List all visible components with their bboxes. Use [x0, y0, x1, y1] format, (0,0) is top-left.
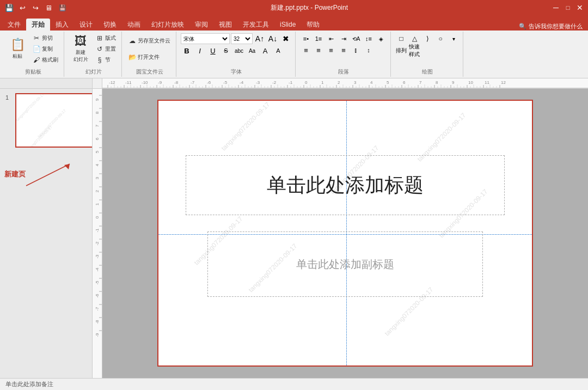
tab-review[interactable]: 审阅: [189, 19, 213, 31]
more-shapes-button[interactable]: ▾: [448, 33, 460, 44]
svg-text:9: 9: [452, 80, 455, 85]
reset-button[interactable]: ↺ 里置: [94, 44, 118, 54]
font-size-select[interactable]: 3224283640: [231, 33, 253, 44]
font-name-select[interactable]: 宋体微软雅黑Arial: [181, 33, 230, 44]
quick-styles-button[interactable]: 快速样式: [408, 45, 420, 56]
save-to-cloud-button[interactable]: ☁ 另存至文件云: [126, 36, 173, 46]
svg-text:-4: -4: [95, 267, 100, 272]
status-text: 单击此处添加备注: [5, 380, 53, 388]
redo-qat-icon[interactable]: ↪: [30, 3, 40, 13]
svg-text:11: 11: [485, 80, 489, 85]
tab-view[interactable]: 视图: [213, 19, 237, 31]
svg-text:-2: -2: [272, 80, 277, 85]
maximize-button[interactable]: □: [564, 4, 572, 11]
paste-button[interactable]: 📋 粘贴: [5, 33, 29, 65]
font-row-1: 宋体微软雅黑Arial 3224283640 A↑ A↓ ✖: [181, 33, 292, 44]
text-direction-button[interactable]: ⟲A: [350, 33, 362, 44]
slide-subtitle-box[interactable]: 单击此处添加副标题: [207, 231, 483, 297]
section-icon: §: [96, 56, 103, 64]
tab-developer[interactable]: 开发工具: [237, 19, 274, 31]
slide-thumbnail-wrapper: 1 tangxing072020-09-17 tangxing072020-09…: [15, 93, 88, 148]
svg-text:3: 3: [95, 176, 100, 179]
undo-qat-icon[interactable]: ↩: [17, 3, 27, 13]
tab-home[interactable]: 开始: [26, 19, 50, 31]
strikethrough-button[interactable]: S: [220, 45, 232, 56]
search-label: 告诉我你想要做什么: [529, 22, 583, 31]
arrow-shape[interactable]: ⟩: [421, 33, 433, 44]
new-slide-button[interactable]: 🖼 新建幻灯片: [69, 33, 93, 65]
horizontal-ruler: -12-11-10-9-8-7-6-5-4-3-2-10123456789101…: [102, 78, 588, 88]
increase-indent-button[interactable]: ⇥: [338, 33, 350, 44]
bullets-button[interactable]: ≡•: [300, 33, 312, 44]
tab-transitions[interactable]: 切换: [98, 19, 122, 31]
tab-islide[interactable]: iSlide: [274, 19, 301, 31]
tab-file[interactable]: 文件: [2, 19, 26, 31]
svg-text:8: 8: [95, 111, 100, 114]
align-center-button[interactable]: ≡: [313, 45, 324, 56]
open-file-icon: 📂: [128, 53, 136, 61]
bold-button[interactable]: B: [181, 45, 193, 56]
rectangle-shape[interactable]: □: [395, 33, 407, 44]
align-left-button[interactable]: ≡: [300, 45, 312, 56]
layout-button[interactable]: ⊞ 版式: [94, 33, 118, 43]
copy-button[interactable]: 📄 复制: [30, 44, 60, 54]
numbering-button[interactable]: 1≡: [313, 33, 324, 44]
align-text-button[interactable]: ↕≡: [363, 33, 375, 44]
align-right-button[interactable]: ≡: [325, 45, 337, 56]
tab-insert[interactable]: 插入: [50, 19, 74, 31]
svg-text:-10: -10: [142, 80, 148, 85]
tab-design[interactable]: 设计: [74, 19, 98, 31]
open-file-button[interactable]: 📂 打开文件: [126, 52, 173, 62]
present-qat-icon[interactable]: 🖥: [44, 3, 53, 13]
slide-thumbnail[interactable]: tangxing072020-09-17 tangxing072020-09-1…: [15, 93, 93, 148]
section-button[interactable]: § 节: [94, 55, 118, 65]
slide-title-box[interactable]: 单击此处添加标题: [186, 155, 505, 215]
title-bar: 💾 ↩ ↪ 🖥 💾 新建.ppt.pptx - PowerPoint ─ □ ✕: [0, 0, 588, 15]
slide-canvas-area[interactable]: tangxing072020-09-17 tangxing072020-09-1…: [102, 89, 588, 379]
decrease-indent-button[interactable]: ⇤: [325, 33, 337, 44]
font-decrease-button[interactable]: A↓: [267, 33, 279, 44]
svg-text:-1: -1: [95, 228, 100, 233]
format-painter-button[interactable]: 🖌 格式刷: [30, 55, 60, 65]
font-color-button[interactable]: A: [259, 45, 271, 56]
copy-label: 复制: [42, 45, 53, 53]
svg-text:9: 9: [95, 98, 100, 101]
smartart-button[interactable]: ◈: [375, 33, 387, 44]
case-button[interactable]: Aa: [246, 45, 258, 56]
svg-text:4: 4: [370, 80, 373, 85]
triangle-shape[interactable]: △: [408, 33, 420, 44]
close-button[interactable]: ✕: [576, 4, 584, 11]
svg-text:-1: -1: [289, 80, 293, 85]
tab-help[interactable]: 帮助: [301, 19, 325, 31]
minimize-button[interactable]: ─: [552, 4, 560, 11]
format-painter-label: 格式刷: [42, 56, 58, 64]
circle-shape[interactable]: ○: [434, 33, 446, 44]
clear-format-button[interactable]: ✖: [280, 33, 292, 44]
vertical-ruler: 9876543210-1-2-3-4-5-6-7-8-9: [93, 89, 102, 379]
line-spacing-button[interactable]: ↕: [363, 45, 375, 56]
save-qat-icon[interactable]: 💾: [4, 3, 14, 13]
svg-text:1: 1: [95, 203, 100, 205]
arrange-button[interactable]: 排列: [395, 45, 407, 56]
underline-button[interactable]: U: [207, 45, 219, 56]
search-bar[interactable]: 🔍 告诉我你想要做什么: [513, 22, 588, 31]
justify-button[interactable]: ≡: [338, 45, 350, 56]
svg-text:-3: -3: [95, 254, 100, 259]
char-spacing-button[interactable]: A: [272, 45, 284, 56]
cloud-content: ☁ 另存至文件云 📂 打开文件: [126, 33, 173, 68]
tab-slideshow[interactable]: 幻灯片放映: [146, 19, 189, 31]
svg-text:-11: -11: [125, 80, 132, 85]
svg-text:10: 10: [468, 80, 473, 85]
paste-label: 粘贴: [13, 53, 22, 60]
tab-animations[interactable]: 动画: [122, 19, 146, 31]
italic-button[interactable]: I: [194, 45, 206, 56]
svg-text:-2: -2: [95, 241, 100, 246]
para-row-1: ≡• 1≡ ⇤ ⇥ ⟲A ↕≡ ◈: [300, 33, 387, 44]
cloud-group-label: 圆宝文件云: [123, 68, 176, 76]
new-slide-label: 新建幻灯片: [74, 49, 88, 63]
clipboard-group-label: 剪贴板: [2, 68, 64, 76]
font-increase-button[interactable]: A↑: [254, 33, 266, 44]
col-button[interactable]: ⫿: [350, 45, 362, 56]
shadow-button[interactable]: abc: [233, 45, 245, 56]
cut-button[interactable]: ✂ 剪切: [30, 33, 60, 43]
